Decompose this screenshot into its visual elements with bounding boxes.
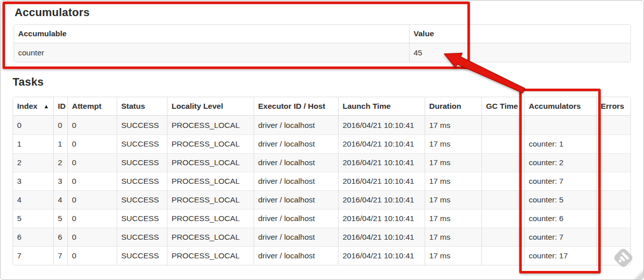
task-row: 550SUCCESSPROCESS_LOCALdriver / localhos…	[13, 209, 630, 228]
task-cell-executor-id-host: driver / localhost	[254, 116, 338, 134]
task-cell-locality-level: PROCESS_LOCAL	[167, 116, 254, 134]
task-cell-launch-time: 2016/04/21 10:10:41	[338, 190, 425, 209]
sort-ascending-icon: ▲	[43, 103, 49, 109]
task-cell-attempt: 0	[67, 246, 117, 265]
gc-time-column-header[interactable]: GC Time	[481, 97, 524, 116]
task-cell-status: SUCCESS	[117, 172, 167, 190]
task-cell-attempt: 0	[67, 153, 117, 172]
errors-column-header[interactable]: Errors	[596, 97, 630, 116]
task-cell-gc-time	[481, 134, 524, 153]
index-header-label: Index	[17, 102, 37, 110]
accumulator-row: counter 45	[14, 43, 630, 62]
task-row: 330SUCCESSPROCESS_LOCALdriver / localhos…	[13, 172, 630, 190]
task-cell-duration: 17 ms	[425, 116, 481, 134]
task-cell-locality-level: PROCESS_LOCAL	[167, 228, 254, 246]
task-cell-status: SUCCESS	[117, 134, 167, 153]
task-cell-gc-time	[481, 190, 524, 209]
accumulators-column-header[interactable]: Accumulators	[524, 97, 596, 116]
task-cell-duration: 17 ms	[425, 190, 481, 209]
task-cell-status: SUCCESS	[117, 190, 167, 209]
task-row: 770SUCCESSPROCESS_LOCALdriver / localhos…	[13, 246, 630, 265]
task-cell-gc-time	[481, 246, 524, 265]
task-cell-launch-time: 2016/04/21 10:10:41	[338, 228, 425, 246]
task-cell-accumulators: counter: 1	[524, 134, 596, 153]
task-cell-attempt: 0	[67, 116, 117, 134]
task-cell-duration: 17 ms	[425, 209, 481, 228]
tasks-header-row: Index▲ ID Attempt Status Locality Level …	[13, 97, 630, 116]
tasks-table-body: 000SUCCESSPROCESS_LOCALdriver / localhos…	[13, 116, 630, 265]
task-cell-duration: 17 ms	[425, 246, 481, 265]
value-column-header[interactable]: Value	[409, 25, 630, 43]
task-cell-index: 6	[13, 228, 53, 246]
id-column-header[interactable]: ID	[53, 97, 67, 116]
task-cell-accumulators: counter: 7	[524, 172, 596, 190]
task-cell-id: 0	[53, 116, 67, 134]
task-cell-launch-time: 2016/04/21 10:10:41	[338, 172, 425, 190]
task-row: 440SUCCESSPROCESS_LOCALdriver / localhos…	[13, 190, 630, 209]
task-cell-attempt: 0	[67, 209, 117, 228]
task-cell-launch-time: 2016/04/21 10:10:41	[338, 246, 425, 265]
task-cell-executor-id-host: driver / localhost	[254, 153, 338, 172]
task-cell-id: 5	[53, 209, 67, 228]
accumulators-section-title: Accumulators	[15, 6, 90, 19]
locality-level-column-header[interactable]: Locality Level	[167, 97, 254, 116]
task-cell-accumulators: counter: 7	[524, 228, 596, 246]
task-cell-index: 2	[13, 153, 53, 172]
task-row: 110SUCCESSPROCESS_LOCALdriver / localhos…	[13, 134, 630, 153]
task-cell-errors	[596, 209, 630, 228]
task-cell-executor-id-host: driver / localhost	[254, 209, 338, 228]
task-cell-duration: 17 ms	[425, 228, 481, 246]
task-cell-status: SUCCESS	[117, 116, 167, 134]
task-cell-locality-level: PROCESS_LOCAL	[167, 153, 254, 172]
task-cell-duration: 17 ms	[425, 153, 481, 172]
task-cell-locality-level: PROCESS_LOCAL	[167, 190, 254, 209]
task-cell-locality-level: PROCESS_LOCAL	[167, 172, 254, 190]
task-cell-errors	[596, 228, 630, 246]
task-cell-gc-time	[481, 172, 524, 190]
accumulators-table: Accumulable Value counter 45	[14, 24, 631, 62]
task-cell-accumulators: counter: 5	[524, 190, 596, 209]
task-cell-executor-id-host: driver / localhost	[254, 134, 338, 153]
task-cell-launch-time: 2016/04/21 10:10:41	[338, 134, 425, 153]
tasks-table: Index▲ ID Attempt Status Locality Level …	[13, 97, 631, 265]
task-cell-executor-id-host: driver / localhost	[254, 190, 338, 209]
task-cell-launch-time: 2016/04/21 10:10:41	[338, 153, 425, 172]
accumulable-name-cell: counter	[14, 43, 409, 62]
launch-time-column-header[interactable]: Launch Time	[338, 97, 425, 116]
task-row: 000SUCCESSPROCESS_LOCALdriver / localhos…	[13, 116, 630, 134]
task-cell-index: 1	[13, 134, 53, 153]
task-cell-id: 3	[53, 172, 67, 190]
accumulable-column-header[interactable]: Accumulable	[14, 25, 409, 43]
task-row: 220SUCCESSPROCESS_LOCALdriver / localhos…	[13, 153, 630, 172]
task-cell-locality-level: PROCESS_LOCAL	[167, 246, 254, 265]
task-cell-gc-time	[481, 116, 524, 134]
task-cell-gc-time	[481, 228, 524, 246]
task-cell-status: SUCCESS	[117, 153, 167, 172]
task-cell-attempt: 0	[67, 134, 117, 153]
task-cell-executor-id-host: driver / localhost	[254, 228, 338, 246]
task-cell-accumulators: counter: 17	[524, 246, 596, 265]
task-cell-locality-level: PROCESS_LOCAL	[167, 134, 254, 153]
task-cell-attempt: 0	[67, 190, 117, 209]
task-cell-launch-time: 2016/04/21 10:10:41	[338, 209, 425, 228]
task-cell-status: SUCCESS	[117, 246, 167, 265]
task-cell-index: 7	[13, 246, 53, 265]
attempt-column-header[interactable]: Attempt	[67, 97, 117, 116]
status-column-header[interactable]: Status	[117, 97, 167, 116]
page-corner-shadow	[632, 268, 643, 279]
task-cell-errors	[596, 116, 630, 134]
task-cell-duration: 17 ms	[425, 134, 481, 153]
duration-column-header[interactable]: Duration	[425, 97, 481, 116]
executor-id-host-column-header[interactable]: Executor ID / Host	[254, 97, 338, 116]
task-cell-status: SUCCESS	[117, 209, 167, 228]
accumulators-header-row: Accumulable Value	[14, 25, 630, 43]
task-cell-index: 4	[13, 190, 53, 209]
task-cell-gc-time	[481, 153, 524, 172]
task-row: 660SUCCESSPROCESS_LOCALdriver / localhos…	[13, 228, 630, 246]
task-cell-attempt: 0	[67, 172, 117, 190]
task-cell-index: 5	[13, 209, 53, 228]
index-column-header[interactable]: Index▲	[13, 97, 53, 116]
task-cell-executor-id-host: driver / localhost	[254, 172, 338, 190]
task-cell-index: 0	[13, 116, 53, 134]
task-cell-attempt: 0	[67, 228, 117, 246]
